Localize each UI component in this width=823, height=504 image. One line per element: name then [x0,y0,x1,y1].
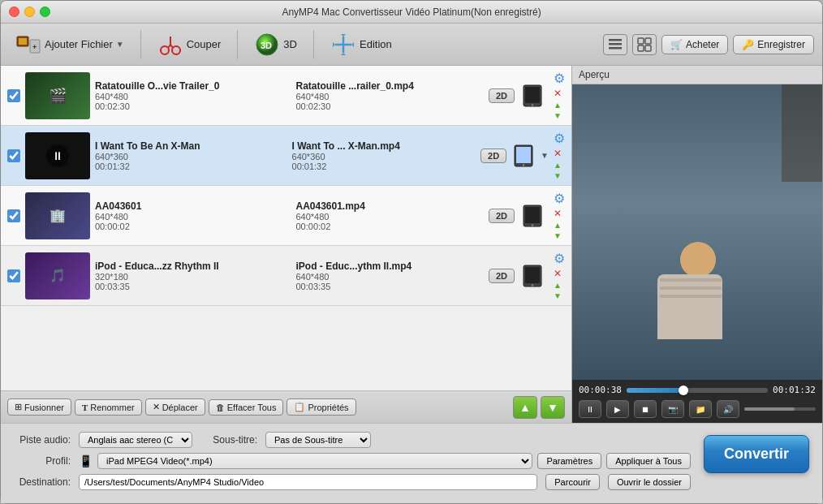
remove-icon-1[interactable]: ✕ [554,88,565,99]
audio-subtitle-row: Piste audio: Anglais aac stereo (C Sous-… [14,432,691,448]
grid-view-button[interactable] [632,34,657,55]
ipad-svg-3 [520,204,548,228]
buy-button[interactable]: 🛒 Acheter [661,35,728,54]
2d-button-3[interactable]: 2D [489,209,515,223]
list-view-button[interactable] [603,34,627,55]
file-checkbox-1[interactable] [7,89,20,102]
file-ctrl-icons-1: ⚙ ✕ ▲ ▼ [554,71,565,120]
svg-rect-19 [609,47,622,50]
screenshot-button[interactable]: 📷 [661,400,684,418]
svg-rect-20 [638,38,644,44]
device-dropdown-arrow-2[interactable]: ▼ [541,151,549,160]
move-label: Déplacer [162,403,198,412]
cut-icon [157,32,183,58]
stop-icon: ⏹ [641,405,649,414]
browse-button[interactable]: Parcourir [545,474,600,490]
playback-controls: ⏸ ▶ ⏹ 📷 📁 🔊 [579,400,816,418]
device-icon-4[interactable] [519,261,549,291]
dest-input[interactable] [79,474,537,490]
move-down-button[interactable]: ▼ [541,396,565,419]
delete-all-button[interactable]: 🗑 Effacer Tous [209,399,284,416]
3d-button[interactable]: 3D 3D [248,28,304,61]
file-checkbox-2[interactable] [7,149,20,162]
down-icon-3[interactable]: ▼ [554,231,565,240]
table-row: 🎵 iPod - Educa...zz Rhythm II 320*180 00… [1,246,571,306]
file-dst-name-4: iPod - Educ...ythm II.mp4 [295,261,483,272]
profile-select[interactable]: iPad MPEG4 Video(*.mp4) [97,453,532,469]
2d-button-1[interactable]: 2D [489,88,515,103]
up-icon-3[interactable]: ▲ [554,221,565,230]
file-checkbox-4[interactable] [7,269,20,282]
settings-icon-2[interactable]: ⚙ [554,131,565,146]
close-button[interactable] [9,6,19,17]
settings-left: Piste audio: Anglais aac stereo (C Sous-… [14,432,691,495]
register-button[interactable]: 🔑 Enregistrer [733,35,814,54]
device-icon-3[interactable] [519,201,549,230]
file-checkbox-3[interactable] [7,209,20,222]
2d-button-2[interactable]: 2D [480,149,506,163]
merge-button[interactable]: ⊞ Fusionner [7,398,71,416]
ipad-svg-1 [520,84,548,108]
convert-button[interactable]: Convertir [704,435,809,473]
settings-area: Piste audio: Anglais aac stereo (C Sous-… [1,423,822,503]
file-dst-res-3: 640*480 [295,212,483,222]
add-file-button[interactable]: + Ajouter Fichier ▼ [9,28,131,61]
edition-button[interactable]: Edition [324,28,399,61]
svg-rect-25 [525,87,540,103]
toolbar-right: 🛒 Acheter 🔑 Enregistrer [603,34,814,55]
register-icon: 🔑 [742,39,754,50]
svg-rect-23 [645,45,651,51]
device-select-2[interactable]: ▼ [511,144,549,168]
progress-fill [627,388,683,393]
open-folder-button[interactable]: Ouvrir le dossier [608,474,691,490]
properties-button[interactable]: 📋 Propriétés [287,398,355,416]
minimize-button[interactable] [24,6,35,17]
up-icon-2[interactable]: ▲ [554,161,565,170]
folder-button[interactable]: 📁 [689,400,712,418]
file-info-2: I Want To Be An X-Man 640*360 00:01:32 I… [95,140,476,171]
table-row: ⏸ I Want To Be An X-Man 640*360 00:01:32… [1,126,571,186]
volume-slider[interactable] [744,407,816,411]
remove-icon-4[interactable]: ✕ [554,268,565,279]
file-src-dur-1: 00:02:30 [95,101,282,111]
volume-button[interactable]: 🔊 [717,400,739,418]
device-icon-1[interactable] [519,81,549,110]
thumb-icon-3: 🏢 [50,208,66,223]
add-file-dropdown[interactable]: ▼ [116,40,124,49]
up-icon-4[interactable]: ▲ [554,281,565,290]
stop-button[interactable]: ⏹ [634,400,657,418]
file-thumbnail-3: 🏢 [25,192,90,239]
remove-icon-3[interactable]: ✕ [554,208,565,219]
pause-button[interactable]: ⏸ [579,400,601,418]
progress-track[interactable] [627,388,768,393]
audio-track-select[interactable]: Anglais aac stereo (C [79,432,192,448]
rename-button[interactable]: T Renommer [75,399,142,416]
window-controls[interactable] [9,6,50,17]
down-icon-2[interactable]: ▼ [554,171,565,180]
settings-icon-1[interactable]: ⚙ [554,71,565,86]
file-dst-dur-3: 00:00:02 [295,222,483,231]
down-icon-1[interactable]: ▼ [554,111,565,120]
down-icon-4[interactable]: ▼ [554,291,565,300]
svg-marker-16 [341,53,346,55]
table-row: 🎬 Ratatouille O...vie Trailer_0 640*480 … [1,66,571,126]
apply-all-button[interactable]: Appliquer à Tous [606,453,691,469]
folder-icon: 📁 [696,405,705,414]
file-dst-res-2: 640*360 [292,152,476,162]
file-src-res-1: 640*480 [95,92,282,101]
remove-icon-2[interactable]: ✕ [554,148,565,159]
2d-button-4[interactable]: 2D [489,269,515,283]
move-button[interactable]: ✕ Déplacer [145,398,205,416]
progress-thumb [679,386,688,395]
move-up-button[interactable]: ▲ [513,396,537,419]
file-dst-res-1: 640*480 [295,92,483,101]
subtitle-select[interactable]: Pas de Sous-titre [265,432,371,448]
maximize-button[interactable] [40,6,50,17]
settings-icon-4[interactable]: ⚙ [554,251,565,266]
settings-icon-3[interactable]: ⚙ [554,191,565,206]
settings-right: Convertir [691,432,809,473]
cut-button[interactable]: Couper [151,28,228,61]
up-icon-1[interactable]: ▲ [554,101,565,110]
params-button[interactable]: Paramètres [537,453,601,469]
play-button[interactable]: ▶ [606,400,629,418]
